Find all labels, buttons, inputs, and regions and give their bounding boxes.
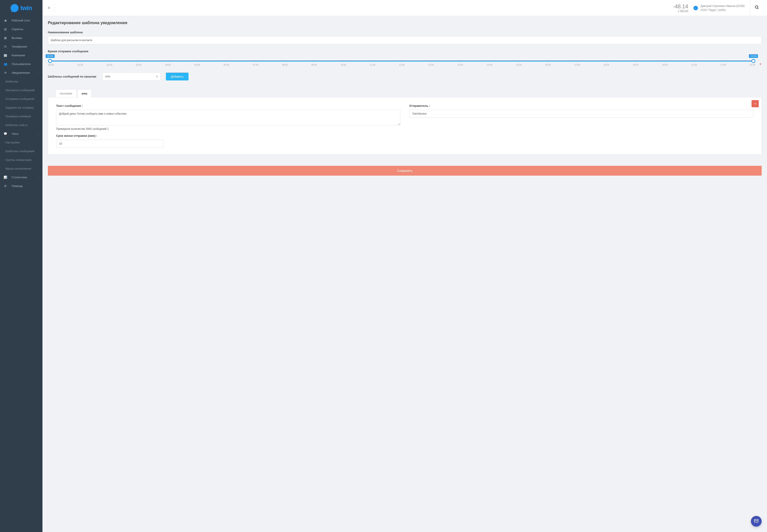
sidebar-item-chats[interactable]: 💬 Чаты ⌄: [0, 129, 42, 138]
balance-badge-icon[interactable]: ⌄: [693, 6, 698, 10]
nav-label: Компании: [12, 54, 39, 57]
sidebar: twin ◉Рабочий стол▤Скрипты›▦Вызовы›☏Теле…: [0, 0, 42, 532]
balance-main: -48.14: [673, 3, 688, 10]
sub-nav-item[interactable]: Настройки: [0, 138, 42, 147]
search-icon: [755, 5, 759, 11]
building-icon: 🏢: [4, 54, 7, 57]
save-button[interactable]: Сохранить: [48, 166, 762, 176]
user-name: Дмитрий Сергеевич Иванов (t3159): [701, 4, 745, 8]
slider-tick: 23:59: [750, 64, 755, 66]
ttl-input[interactable]: [56, 140, 163, 148]
sub-nav-item[interactable]: Отправка сообщений: [0, 95, 42, 103]
slider-tick: 21:59: [691, 64, 697, 66]
slider-tick: 07:00: [253, 64, 258, 66]
sub-nav-item[interactable]: Группы операторов: [0, 156, 42, 164]
slider-tick: 08:00: [282, 64, 288, 66]
slider-tick: 22:59: [721, 64, 726, 66]
page-title: Редактирование шаблона уведомления: [48, 21, 762, 25]
nav-label: Пользователи: [12, 62, 39, 66]
dashboard-icon: ◉: [4, 19, 7, 22]
chevron-right-icon: ›: [38, 37, 39, 39]
users-icon: 👥: [4, 62, 7, 66]
sidebar-item-2[interactable]: ▦Вызовы›: [0, 34, 42, 42]
sub-nav-item[interactable]: Шаблоны сообщений: [0, 147, 42, 156]
slider-tick: 13:59: [458, 64, 463, 66]
sender-input[interactable]: [409, 110, 754, 118]
sub-nav-item[interactable]: Задания на отправку: [0, 103, 42, 112]
nav-label: Уведомления: [12, 71, 37, 74]
message-text-input[interactable]: Добрый день! Хотим сообщить вам о новых …: [56, 110, 401, 125]
sub-nav-item[interactable]: Шаблоны mail.ru: [0, 121, 42, 129]
content: Редактирование шаблона уведомления Наиме…: [42, 16, 767, 532]
mail-icon: ✉: [4, 71, 7, 74]
slider-tick: 12:00: [399, 64, 405, 66]
sidebar-item-stats[interactable]: 📊 Статистика ›: [0, 173, 42, 182]
sub-nav-item[interactable]: Проверка номеров: [0, 112, 42, 121]
sidebar-item-5[interactable]: 👥Пользователи: [0, 60, 42, 68]
slider-start-tooltip: 00:00: [46, 54, 55, 58]
add-channel-button[interactable]: Добавить: [166, 73, 188, 80]
phone-icon: ☏: [4, 45, 7, 48]
sidebar-item-1[interactable]: ▤Скрипты›: [0, 25, 42, 34]
chart-icon: 📊: [4, 176, 7, 179]
menu-toggle-icon[interactable]: ≡: [46, 4, 52, 12]
envelope-icon: [754, 518, 759, 524]
slider-tick: 14:59: [487, 64, 492, 66]
sidebar-item-help[interactable]: ⚙ Помощь ›: [0, 182, 42, 190]
sub-nav-item[interactable]: Фразы исключения: [0, 164, 42, 173]
template-name-input[interactable]: [48, 36, 762, 44]
close-panel-button[interactable]: ×: [752, 100, 759, 107]
sidebar-item-6[interactable]: ✉Уведомления⌄: [0, 68, 42, 77]
sub-nav-item[interactable]: Шаблоны: [0, 77, 42, 86]
slider-tick: 20:59: [662, 64, 668, 66]
chat-fab[interactable]: [751, 516, 762, 527]
user-company: ООО "Парус" (1830): [701, 8, 745, 12]
tab-vkontakte[interactable]: vkontakte: [55, 89, 76, 97]
slider-tick: 09:00: [311, 64, 317, 66]
nav-label: Рабочий стол: [12, 19, 39, 22]
message-text-label: Текст сообщения :: [56, 104, 401, 107]
sidebar-item-0[interactable]: ◉Рабочий стол: [0, 16, 42, 25]
ttl-label: Срок жизни отправки (мин) :: [56, 134, 401, 137]
nav-label: Чаты: [12, 132, 37, 135]
logo-text: twin: [20, 4, 32, 12]
sidebar-item-3[interactable]: ☏Телефония›: [0, 42, 42, 51]
time-label: Время отправки сообщения: [48, 50, 762, 53]
calendar-icon: ▦: [4, 36, 7, 40]
add-time-range-button[interactable]: +: [759, 55, 762, 67]
svg-point-0: [755, 6, 758, 8]
time-range-slider[interactable]: 00:00 23:59 00:0001:0002:0003:0004:0005:…: [48, 55, 756, 67]
search-button[interactable]: [750, 0, 763, 16]
slider-tick: 05:00: [194, 64, 200, 66]
slider-tick: 06:00: [223, 64, 229, 66]
chat-icon: 💬: [4, 132, 7, 135]
script-icon: ▤: [4, 27, 7, 31]
sidebar-item-4[interactable]: 🏢Компании: [0, 51, 42, 60]
sender-label: Отправитель :: [409, 104, 754, 107]
gear-icon: ⚙: [4, 184, 7, 188]
slider-tick: 17:59: [574, 64, 580, 66]
balance-sub: 1 000.00: [673, 10, 688, 13]
topbar: ≡ -48.14 1 000.00 ⌄ Дмитрий Сергеевич Ив…: [42, 0, 767, 16]
chevron-right-icon: ›: [38, 28, 39, 30]
chevron-right-icon: ›: [38, 185, 39, 187]
sub-nav-item[interactable]: Просмотр сообщений: [0, 86, 42, 95]
tab-sms[interactable]: sms: [77, 89, 92, 97]
slider-end-tooltip: 23:59: [749, 54, 758, 58]
logo-icon: [11, 4, 19, 12]
slider-tick: 19:59: [633, 64, 638, 66]
slider-tick: 12:59: [428, 64, 434, 66]
template-name-label: Наименование шаблона: [48, 31, 762, 34]
logo[interactable]: twin: [0, 0, 42, 16]
slider-handle-start[interactable]: [48, 59, 52, 63]
user-block[interactable]: Дмитрий Сергеевич Иванов (t3159) ООО "Па…: [701, 4, 748, 12]
slider-tick: 03:00: [136, 64, 141, 66]
slider-tick: 18:59: [604, 64, 609, 66]
channel-select[interactable]: sms: [102, 72, 160, 80]
slider-tick: 02:00: [107, 64, 112, 66]
slider-tick: 10:00: [340, 64, 346, 66]
chevron-down-icon: ⌄: [37, 132, 39, 135]
chevron-down-icon: ⌄: [37, 71, 39, 74]
balance-block: -48.14 1 000.00: [673, 3, 688, 13]
slider-tick: 16:59: [545, 64, 551, 66]
